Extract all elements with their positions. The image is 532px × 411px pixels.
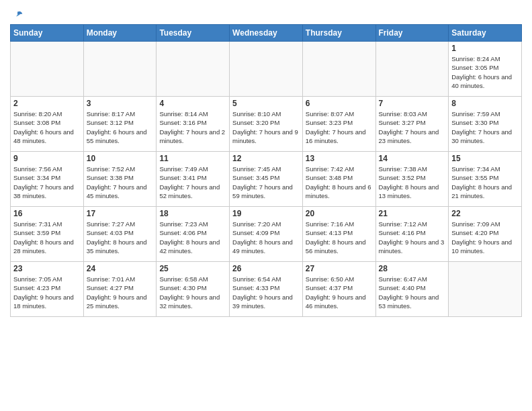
day-info: Sunrise: 6:58 AM Sunset: 4:30 PM Dayligh… xyxy=(159,275,226,310)
day-number: 14 xyxy=(379,154,446,163)
calendar-cell: 18Sunrise: 7:23 AM Sunset: 4:06 PM Dayli… xyxy=(157,207,230,262)
day-info: Sunrise: 8:10 AM Sunset: 3:20 PM Dayligh… xyxy=(232,109,300,145)
day-number: 5 xyxy=(232,99,300,108)
day-info: Sunrise: 7:16 AM Sunset: 4:13 PM Dayligh… xyxy=(306,220,373,255)
day-number: 27 xyxy=(306,264,373,273)
day-info: Sunrise: 7:09 AM Sunset: 4:20 PM Dayligh… xyxy=(451,220,519,255)
calendar-cell: 24Sunrise: 7:01 AM Sunset: 4:27 PM Dayli… xyxy=(83,262,157,317)
week-row-4: 23Sunrise: 7:05 AM Sunset: 4:23 PM Dayli… xyxy=(11,262,522,317)
day-info: Sunrise: 8:14 AM Sunset: 3:16 PM Dayligh… xyxy=(159,109,226,145)
day-number: 2 xyxy=(13,99,81,108)
calendar-cell: 28Sunrise: 6:47 AM Sunset: 4:40 PM Dayli… xyxy=(375,262,449,317)
calendar-cell: 25Sunrise: 6:58 AM Sunset: 4:30 PM Dayli… xyxy=(157,262,230,317)
calendar-cell: 2Sunrise: 8:20 AM Sunset: 3:08 PM Daylig… xyxy=(11,97,84,152)
day-number: 17 xyxy=(87,209,154,218)
calendar-cell: 1Sunrise: 8:24 AM Sunset: 3:05 PM Daylig… xyxy=(449,42,522,97)
calendar-cell: 8Sunrise: 7:59 AM Sunset: 3:30 PM Daylig… xyxy=(449,97,522,152)
calendar-cell xyxy=(375,42,449,97)
day-info: Sunrise: 7:23 AM Sunset: 4:06 PM Dayligh… xyxy=(159,220,226,255)
calendar-cell: 16Sunrise: 7:31 AM Sunset: 3:59 PM Dayli… xyxy=(11,207,84,262)
day-number: 10 xyxy=(87,154,154,163)
day-info: Sunrise: 7:12 AM Sunset: 4:16 PM Dayligh… xyxy=(379,220,446,255)
day-number: 11 xyxy=(159,154,226,163)
day-info: Sunrise: 8:24 AM Sunset: 3:05 PM Dayligh… xyxy=(451,54,519,90)
day-info: Sunrise: 6:47 AM Sunset: 4:40 PM Dayligh… xyxy=(379,275,446,310)
calendar-cell: 4Sunrise: 8:14 AM Sunset: 3:16 PM Daylig… xyxy=(157,97,230,152)
weekday-header-tuesday: Tuesday xyxy=(157,25,230,42)
calendar-cell xyxy=(449,262,522,317)
weekday-header-thursday: Thursday xyxy=(302,25,375,42)
day-info: Sunrise: 7:56 AM Sunset: 3:34 PM Dayligh… xyxy=(13,165,81,200)
logo xyxy=(10,9,24,21)
day-number: 7 xyxy=(379,99,446,108)
calendar-cell: 12Sunrise: 7:45 AM Sunset: 3:45 PM Dayli… xyxy=(230,152,303,207)
day-info: Sunrise: 7:42 AM Sunset: 3:48 PM Dayligh… xyxy=(306,165,373,200)
calendar-cell: 14Sunrise: 7:38 AM Sunset: 3:52 PM Dayli… xyxy=(375,152,449,207)
day-info: Sunrise: 8:07 AM Sunset: 3:23 PM Dayligh… xyxy=(306,109,373,145)
day-number: 4 xyxy=(159,99,226,108)
day-info: Sunrise: 8:20 AM Sunset: 3:08 PM Dayligh… xyxy=(13,109,81,145)
calendar-cell: 11Sunrise: 7:49 AM Sunset: 3:41 PM Dayli… xyxy=(157,152,230,207)
day-number: 21 xyxy=(379,209,446,218)
day-info: Sunrise: 7:59 AM Sunset: 3:30 PM Dayligh… xyxy=(451,109,519,145)
calendar-cell: 3Sunrise: 8:17 AM Sunset: 3:12 PM Daylig… xyxy=(83,97,157,152)
calendar-table: SundayMondayTuesdayWednesdayThursdayFrid… xyxy=(10,24,522,317)
day-info: Sunrise: 7:31 AM Sunset: 3:59 PM Dayligh… xyxy=(13,220,81,255)
week-row-2: 9Sunrise: 7:56 AM Sunset: 3:34 PM Daylig… xyxy=(11,152,522,207)
day-number: 1 xyxy=(451,44,519,53)
calendar-cell: 17Sunrise: 7:27 AM Sunset: 4:03 PM Dayli… xyxy=(83,207,157,262)
day-number: 15 xyxy=(451,154,519,163)
day-number: 19 xyxy=(232,209,300,218)
calendar-cell: 20Sunrise: 7:16 AM Sunset: 4:13 PM Dayli… xyxy=(302,207,375,262)
day-number: 26 xyxy=(232,264,300,273)
calendar-cell: 22Sunrise: 7:09 AM Sunset: 4:20 PM Dayli… xyxy=(449,207,522,262)
calendar-cell: 19Sunrise: 7:20 AM Sunset: 4:09 PM Dayli… xyxy=(230,207,303,262)
day-info: Sunrise: 7:01 AM Sunset: 4:27 PM Dayligh… xyxy=(87,275,154,310)
day-number: 6 xyxy=(306,99,373,108)
day-info: Sunrise: 7:52 AM Sunset: 3:38 PM Dayligh… xyxy=(87,165,154,200)
week-row-0: 1Sunrise: 8:24 AM Sunset: 3:05 PM Daylig… xyxy=(11,42,522,97)
calendar-cell: 13Sunrise: 7:42 AM Sunset: 3:48 PM Dayli… xyxy=(302,152,375,207)
day-number: 23 xyxy=(13,264,81,273)
calendar-cell xyxy=(302,42,375,97)
day-info: Sunrise: 7:20 AM Sunset: 4:09 PM Dayligh… xyxy=(232,220,300,255)
calendar-cell: 5Sunrise: 8:10 AM Sunset: 3:20 PM Daylig… xyxy=(230,97,303,152)
calendar-cell: 9Sunrise: 7:56 AM Sunset: 3:34 PM Daylig… xyxy=(11,152,84,207)
weekday-header-monday: Monday xyxy=(83,25,157,42)
calendar-cell: 27Sunrise: 6:50 AM Sunset: 4:37 PM Dayli… xyxy=(302,262,375,317)
header xyxy=(10,7,522,21)
calendar-cell xyxy=(230,42,303,97)
day-number: 22 xyxy=(451,209,519,218)
day-number: 20 xyxy=(306,209,373,218)
day-number: 3 xyxy=(87,99,154,108)
calendar-cell xyxy=(157,42,230,97)
page: SundayMondayTuesdayWednesdayThursdayFrid… xyxy=(0,0,532,324)
calendar-cell: 23Sunrise: 7:05 AM Sunset: 4:23 PM Dayli… xyxy=(11,262,84,317)
calendar-cell: 10Sunrise: 7:52 AM Sunset: 3:38 PM Dayli… xyxy=(83,152,157,207)
day-info: Sunrise: 6:54 AM Sunset: 4:33 PM Dayligh… xyxy=(232,275,300,310)
calendar-header-row: SundayMondayTuesdayWednesdayThursdayFrid… xyxy=(11,25,522,42)
calendar-cell: 6Sunrise: 8:07 AM Sunset: 3:23 PM Daylig… xyxy=(302,97,375,152)
calendar-cell: 21Sunrise: 7:12 AM Sunset: 4:16 PM Dayli… xyxy=(375,207,449,262)
day-number: 24 xyxy=(87,264,154,273)
day-info: Sunrise: 7:49 AM Sunset: 3:41 PM Dayligh… xyxy=(159,165,226,200)
day-info: Sunrise: 7:34 AM Sunset: 3:55 PM Dayligh… xyxy=(451,165,519,200)
day-number: 9 xyxy=(13,154,81,163)
calendar-cell: 26Sunrise: 6:54 AM Sunset: 4:33 PM Dayli… xyxy=(230,262,303,317)
week-row-1: 2Sunrise: 8:20 AM Sunset: 3:08 PM Daylig… xyxy=(11,97,522,152)
calendar-cell: 7Sunrise: 8:03 AM Sunset: 3:27 PM Daylig… xyxy=(375,97,449,152)
calendar-cell xyxy=(83,42,157,97)
day-number: 8 xyxy=(451,99,519,108)
day-number: 28 xyxy=(379,264,446,273)
day-info: Sunrise: 7:27 AM Sunset: 4:03 PM Dayligh… xyxy=(87,220,154,255)
day-number: 25 xyxy=(159,264,226,273)
day-info: Sunrise: 6:50 AM Sunset: 4:37 PM Dayligh… xyxy=(306,275,373,310)
day-number: 13 xyxy=(306,154,373,163)
calendar-cell xyxy=(11,42,84,97)
logo-bird-icon xyxy=(11,9,24,21)
week-row-3: 16Sunrise: 7:31 AM Sunset: 3:59 PM Dayli… xyxy=(11,207,522,262)
day-info: Sunrise: 7:38 AM Sunset: 3:52 PM Dayligh… xyxy=(379,165,446,200)
day-number: 16 xyxy=(13,209,81,218)
day-number: 12 xyxy=(232,154,300,163)
day-info: Sunrise: 8:03 AM Sunset: 3:27 PM Dayligh… xyxy=(379,109,446,145)
